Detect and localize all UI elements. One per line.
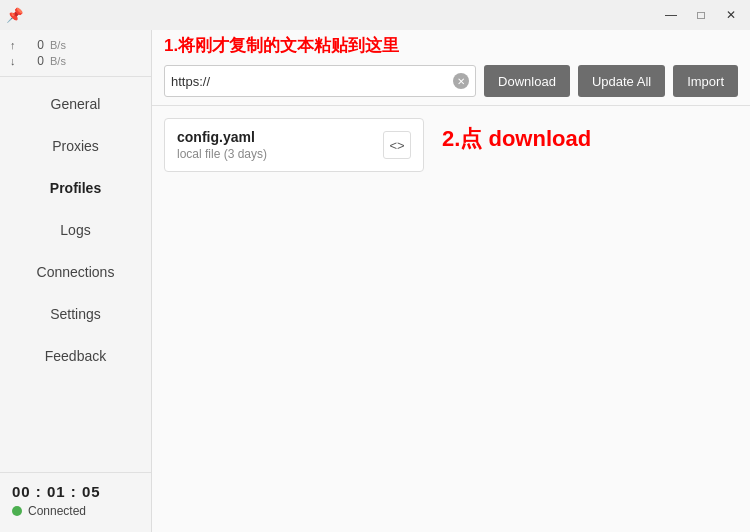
download-stat: ↓ 0 B/s xyxy=(10,54,141,68)
connected-label: Connected xyxy=(28,504,86,518)
sidebar-item-general[interactable]: General xyxy=(6,84,145,124)
profile-list: config.yaml local file (3 days) <> 2.点 d… xyxy=(152,106,750,532)
sidebar-item-logs[interactable]: Logs xyxy=(6,210,145,250)
stats-panel: ↑ 0 B/s ↓ 0 B/s xyxy=(0,30,151,77)
download-value: 0 xyxy=(26,54,44,68)
maximize-button[interactable]: □ xyxy=(686,4,716,26)
minimize-button[interactable]: — xyxy=(656,4,686,26)
sidebar-item-profiles[interactable]: Profiles xyxy=(6,168,145,208)
update-all-button[interactable]: Update All xyxy=(578,65,665,97)
status-time: 00 : 01 : 05 xyxy=(12,483,139,500)
upload-stat: ↑ 0 B/s xyxy=(10,38,141,52)
status-panel: 00 : 01 : 05 Connected xyxy=(0,472,151,532)
url-input-wrap[interactable]: ✕ xyxy=(164,65,476,97)
nav-items: General Proxies Profiles Logs Connection… xyxy=(0,77,151,472)
sidebar-item-feedback[interactable]: Feedback xyxy=(6,336,145,376)
profile-name: config.yaml xyxy=(177,129,375,145)
close-button[interactable]: ✕ xyxy=(716,4,746,26)
sidebar-item-connections[interactable]: Connections xyxy=(6,252,145,292)
import-button[interactable]: Import xyxy=(673,65,738,97)
upload-value: 0 xyxy=(26,38,44,52)
toolbar: ✕ Download Update All Import xyxy=(152,57,750,106)
main-content: 1.将刚才复制的文本粘贴到这里 1.将刚才复制的文本粘贴到这里 ✕ Downlo… xyxy=(152,30,750,532)
profile-card[interactable]: config.yaml local file (3 days) <> xyxy=(164,118,424,172)
pin-icon: 📌 xyxy=(4,4,24,26)
upload-unit: B/s xyxy=(50,39,66,51)
annotation-step1-display: 1.将刚才复制的文本粘贴到这里 xyxy=(152,30,750,57)
sidebar-item-settings[interactable]: Settings xyxy=(6,294,145,334)
sidebar: ↑ 0 B/s ↓ 0 B/s General Proxies Profiles… xyxy=(0,30,152,532)
app-body: ↑ 0 B/s ↓ 0 B/s General Proxies Profiles… xyxy=(0,30,750,532)
url-clear-button[interactable]: ✕ xyxy=(453,73,469,89)
url-input[interactable] xyxy=(171,74,453,89)
profile-code-button[interactable]: <> xyxy=(383,131,411,159)
download-arrow: ↓ xyxy=(10,55,20,67)
profile-meta: local file (3 days) xyxy=(177,147,375,161)
download-unit: B/s xyxy=(50,55,66,67)
sidebar-item-proxies[interactable]: Proxies xyxy=(6,126,145,166)
download-button[interactable]: Download xyxy=(484,65,570,97)
title-bar: 📌 — □ ✕ xyxy=(0,0,750,30)
connected-dot xyxy=(12,506,22,516)
profile-info: config.yaml local file (3 days) xyxy=(177,129,375,161)
toolbar-wrapper: 1.将刚才复制的文本粘贴到这里 ✕ Download Update All Im… xyxy=(152,30,750,106)
annotation-step2: 2.点 download xyxy=(442,124,591,154)
upload-arrow: ↑ xyxy=(10,39,20,51)
status-connected: Connected xyxy=(12,504,139,518)
